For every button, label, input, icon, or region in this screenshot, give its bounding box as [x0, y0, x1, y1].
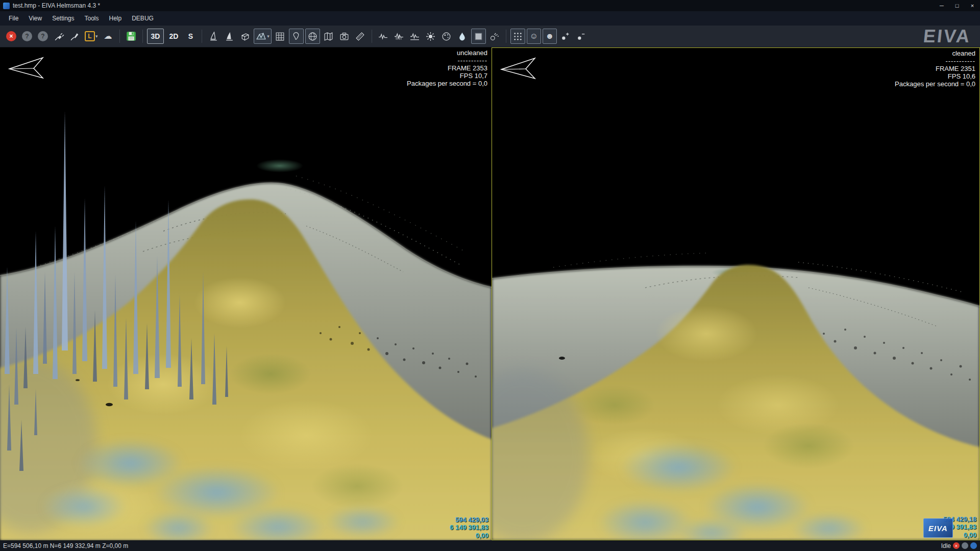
- menu-debug[interactable]: DEBUG: [127, 13, 158, 24]
- toolbar-separator: [202, 30, 202, 43]
- surface-tin-button[interactable]: ▾: [254, 29, 272, 44]
- system-state-label: Idle: [941, 542, 951, 549]
- frame-counter: FRAME 2353: [407, 64, 487, 72]
- title-bar: test.hmp - EIVA Helmsman 4.3 * ─ □ ×: [0, 0, 980, 11]
- camera-icon: [339, 31, 350, 42]
- cube-view-button[interactable]: [238, 29, 252, 44]
- water-column-button[interactable]: [455, 29, 470, 44]
- palette-button[interactable]: [439, 29, 454, 44]
- dropdown-caret-icon[interactable]: ▾: [95, 34, 98, 39]
- eiva-logo: EIVA: [922, 26, 977, 47]
- smiley-filled-icon: ☻: [545, 32, 554, 40]
- status-indicator-icon[interactable]: [962, 542, 968, 549]
- point-grid-button[interactable]: [510, 29, 525, 44]
- toolbar-separator: [506, 30, 506, 43]
- snapshot-button[interactable]: [337, 29, 352, 44]
- hud-divider: -----------: [407, 57, 487, 64]
- coord-easting: 594 429,03: [450, 516, 488, 523]
- bathymetry-render-cleaned: [492, 48, 979, 540]
- region-blob-icon: [291, 31, 302, 42]
- vessel-filled-button[interactable]: [222, 29, 236, 44]
- toolbar: × ? ? L▾ ☁ 3D 2D S ▾: [0, 26, 980, 47]
- help-button-1[interactable]: ?: [20, 29, 34, 44]
- view-3d-button[interactable]: 3D: [147, 29, 164, 44]
- profile-baseline-button[interactable]: [408, 29, 422, 44]
- fps-counter: FPS 10,6: [895, 72, 975, 80]
- viewport-cleaned[interactable]: cleaned ----------- FRAME 2351 FPS 10,6 …: [492, 47, 980, 540]
- profile-wiggle-button[interactable]: [376, 29, 390, 44]
- packages-counter: Packages per second = 0,0: [407, 80, 487, 87]
- spray-button[interactable]: [487, 29, 502, 44]
- sail-outline-icon: [208, 31, 219, 42]
- profile-hatch-button[interactable]: [392, 29, 406, 44]
- profile-baseline-icon: [409, 31, 420, 42]
- application-window: test.hmp - EIVA Helmsman 4.3 * ─ □ × Fil…: [0, 0, 980, 551]
- cursor-coordinates: 594 429,03 6 149 391,83 0,00: [450, 516, 488, 539]
- close-button[interactable]: ×: [965, 0, 980, 11]
- stop-button[interactable]: ×: [4, 29, 18, 44]
- cube-icon: [240, 31, 251, 42]
- profile-hatch-icon: [394, 31, 404, 42]
- globe-button[interactable]: [305, 29, 320, 44]
- viewport-label: cleaned: [895, 49, 975, 57]
- grid-button[interactable]: [273, 29, 287, 44]
- toolbar-separator: [142, 30, 143, 43]
- help-button-2[interactable]: ?: [36, 29, 50, 44]
- ruler-icon: [355, 31, 365, 42]
- paint-button[interactable]: [67, 29, 82, 44]
- cloud-upload-button[interactable]: ☁: [101, 29, 115, 44]
- good-points-button[interactable]: ☺: [527, 29, 541, 44]
- brightness-icon: [425, 31, 436, 42]
- tin-mesh-icon: [256, 31, 266, 42]
- menu-tools[interactable]: Tools: [80, 13, 104, 24]
- minimize-button[interactable]: ─: [934, 0, 949, 11]
- mouse-position-readout: E=594 506,10 m N=6 149 332,94 m Z=0,00 m: [3, 542, 128, 549]
- map-icon: [323, 31, 334, 42]
- orientation-arrow-icon: [6, 55, 48, 81]
- bad-points-button[interactable]: ☻: [543, 29, 557, 44]
- profile-trace-icon: [378, 31, 388, 42]
- packages-counter: Packages per second = 0,0: [895, 80, 975, 88]
- shading-button[interactable]: [471, 29, 486, 44]
- vessel-outline-button[interactable]: [206, 29, 220, 44]
- view-2d-button[interactable]: 2D: [165, 29, 182, 44]
- layer-button[interactable]: L▾: [83, 29, 100, 44]
- stop-icon: ×: [6, 31, 16, 41]
- add-point-button[interactable]: [558, 29, 573, 44]
- app-icon: [3, 3, 10, 9]
- viewport-hud: cleaned ----------- FRAME 2351 FPS 10,6 …: [895, 49, 975, 88]
- measure-button[interactable]: [353, 29, 368, 44]
- sail-filled-icon: [224, 31, 235, 42]
- palette-icon: [441, 31, 452, 42]
- dropdown-caret-icon[interactable]: ▾: [267, 34, 270, 39]
- menu-settings[interactable]: Settings: [47, 13, 79, 24]
- save-icon: [126, 31, 137, 42]
- remove-point-button[interactable]: [574, 29, 589, 44]
- layer-icon: L: [85, 31, 95, 41]
- point-remove-icon: [576, 31, 586, 42]
- help-icon: ?: [22, 31, 32, 41]
- dot-grid-icon: [512, 31, 523, 42]
- viewport-label: uncleaned: [407, 49, 487, 57]
- menu-help[interactable]: Help: [105, 13, 127, 24]
- maximize-button[interactable]: □: [949, 0, 965, 11]
- status-network-icon[interactable]: [970, 542, 977, 549]
- window-title: test.hmp - EIVA Helmsman 4.3 *: [13, 2, 100, 9]
- fps-counter: FPS 10,7: [407, 72, 487, 80]
- viewport-uncleaned[interactable]: uncleaned ----------- FRAME 2353 FPS 10,…: [0, 47, 492, 540]
- eiva-watermark: EIVA: [923, 518, 953, 538]
- shading-square-icon: [473, 31, 484, 42]
- plug-icon: [54, 31, 64, 42]
- water-drop-icon: [457, 31, 468, 42]
- view-s-button[interactable]: S: [183, 29, 198, 44]
- brightness-button[interactable]: [424, 29, 438, 44]
- status-error-icon[interactable]: ×: [953, 542, 960, 549]
- region-button[interactable]: [289, 29, 304, 44]
- grid-icon: [275, 31, 285, 42]
- workspace: uncleaned ----------- FRAME 2353 FPS 10,…: [0, 47, 980, 540]
- menu-file[interactable]: File: [4, 13, 23, 24]
- save-button[interactable]: [124, 29, 138, 44]
- connect-button[interactable]: [52, 29, 66, 44]
- map-button[interactable]: [322, 29, 336, 44]
- menu-view[interactable]: View: [24, 13, 46, 24]
